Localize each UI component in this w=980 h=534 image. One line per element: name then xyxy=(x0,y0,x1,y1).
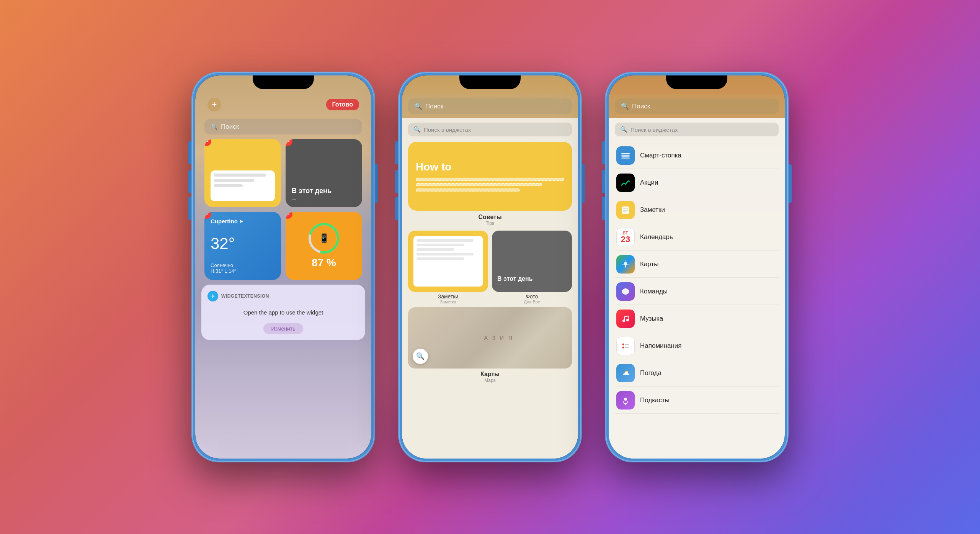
list-item[interactable]: Акции xyxy=(615,170,779,196)
gallery-content: 🔍 Поиск в виджетах How to xyxy=(402,118,578,459)
svg-point-11 xyxy=(622,347,624,349)
podcasts-icon xyxy=(616,391,635,410)
app-list-content: 🔍 Поиск в виджетах xyxy=(609,118,785,459)
stocks-icon xyxy=(616,174,635,192)
smartstack-icon xyxy=(616,146,635,165)
search-placeholder-1: Поиск xyxy=(221,123,239,131)
phone2-top-search[interactable]: 🔍 Поиск xyxy=(408,98,572,114)
svg-rect-1 xyxy=(621,155,630,157)
svg-rect-0 xyxy=(621,153,630,154)
notes-icon xyxy=(616,201,635,219)
photo-day-text: В этот день xyxy=(497,275,567,282)
app-list-search[interactable]: 🔍 Поиск в виджетах xyxy=(615,123,779,136)
onthisday-label: В этот день xyxy=(292,187,356,195)
list-item[interactable]: Заметки xyxy=(615,197,779,223)
snotes-line-4 xyxy=(416,253,474,256)
battery-widget[interactable]: − 📱 87 % xyxy=(286,212,362,280)
app-name-notes: Заметки xyxy=(640,206,665,214)
list-item[interactable]: Погода xyxy=(615,360,779,387)
svg-point-15 xyxy=(624,398,627,401)
app-name-weather: Погода xyxy=(640,369,662,377)
map-label-area: Карты Maps xyxy=(408,371,572,383)
search-icon-3: 🔍 xyxy=(621,102,629,110)
shortcuts-icon xyxy=(616,282,635,301)
weather-temp: 32° xyxy=(211,234,275,253)
done-button[interactable]: Готово xyxy=(326,99,359,110)
search-icon-1: 🔍 xyxy=(211,123,218,130)
battery-circle: 📱 xyxy=(309,223,339,254)
list-item[interactable]: Напоминания xyxy=(615,333,779,359)
calendar-icon: ВТ 23 xyxy=(616,228,635,246)
notch-1 xyxy=(253,75,314,89)
list-item[interactable]: Подкасты xyxy=(615,387,779,414)
search-icon-2: 🔍 xyxy=(414,102,422,110)
phone2-top-search-area: 🔍 Поиск xyxy=(402,95,578,118)
onthisday-dash: — xyxy=(292,197,356,201)
app-name-stocks: Акции xyxy=(640,179,658,187)
app-search-icon: 🔍 xyxy=(620,126,627,133)
list-item[interactable]: ВТ 23 Календарь xyxy=(615,224,779,251)
svg-point-9 xyxy=(626,319,629,321)
reminders-icon xyxy=(616,337,635,355)
phone-2: 🔍 Поиск 🔍 Поиск в виджетах How to xyxy=(398,72,582,462)
widgets-grid: − − В этот день xyxy=(201,139,365,280)
music-icon xyxy=(616,310,635,328)
app-name-reminders: Напоминания xyxy=(640,342,682,350)
onthisday-widget[interactable]: − В этот день — xyxy=(286,139,362,207)
weather-widget[interactable]: − Cupertino ➤ 32° Солнечно H:31° L:14° xyxy=(204,212,281,280)
phone3-top-search-area: 🔍 Поиск xyxy=(609,95,785,118)
phone3-top-search[interactable]: 🔍 Поиск xyxy=(615,98,779,114)
search-bar-1[interactable]: 🔍 Поиск xyxy=(204,119,362,134)
list-item[interactable]: Музыка xyxy=(615,306,779,332)
snotes-line-2 xyxy=(416,244,464,246)
weather-hilo: H:31° L:14° xyxy=(211,268,275,274)
notch-2 xyxy=(459,75,521,89)
tips-dash-1 xyxy=(416,178,564,181)
tips-label-main: Советы xyxy=(408,214,572,221)
add-widget-button[interactable]: + xyxy=(207,98,221,111)
notes-line-3 xyxy=(214,184,243,187)
notes-line-1 xyxy=(214,174,266,177)
map-asia-text: А З И Я xyxy=(484,335,514,341)
app-name-smartstack: Смарт-стопка xyxy=(640,152,681,159)
weather-icon xyxy=(616,364,635,382)
telegram-icon: ✈ xyxy=(207,291,218,301)
list-item[interactable]: Команды xyxy=(615,278,779,305)
svg-point-7 xyxy=(624,262,627,265)
telegram-label: WIDGETEXTENSION xyxy=(221,293,269,299)
app-name-maps: Карты xyxy=(640,260,658,268)
gallery-search[interactable]: 🔍 Поиск в виджетах xyxy=(408,123,572,136)
snotes-line-5 xyxy=(416,257,464,260)
list-item[interactable]: Карты xyxy=(615,251,779,278)
list-item[interactable]: Смарт-стопка xyxy=(615,143,779,169)
notes-line-2 xyxy=(214,179,254,182)
svg-point-8 xyxy=(622,319,625,322)
photo-dash: — xyxy=(497,282,567,287)
photo-small-label: Фото xyxy=(492,293,572,300)
phone-1: + Готово 🔍 Поиск − xyxy=(191,72,375,462)
search-placeholder-2: Поиск xyxy=(425,103,443,110)
photo-small-widget[interactable]: В этот день — Фото Для Вас xyxy=(492,231,572,304)
app-search-placeholder: Поиск в виджетах xyxy=(630,126,678,133)
tips-how-to: How to xyxy=(416,161,564,173)
svg-point-10 xyxy=(622,344,624,346)
gallery-search-icon: 🔍 xyxy=(413,126,421,133)
notes-widget[interactable]: − xyxy=(204,139,281,207)
map-widget[interactable]: А З И Я 🔍 xyxy=(408,307,572,369)
photo-small-sub: Для Вас xyxy=(492,300,572,304)
tips-dash-2 xyxy=(416,183,542,186)
map-search-button[interactable]: 🔍 xyxy=(413,349,428,364)
app-name-shortcuts: Команды xyxy=(640,288,668,295)
notes-small-widget[interactable]: Заметки Заметка xyxy=(408,231,488,304)
gallery-search-placeholder: Поиск в виджетах xyxy=(424,126,471,133)
app-name-podcasts: Подкасты xyxy=(640,396,670,404)
notes-small-sub: Заметка xyxy=(408,300,488,304)
tips-widget-large[interactable]: How to xyxy=(408,142,572,211)
tips-dashes xyxy=(416,178,564,192)
telegram-header: ✈ WIDGETEXTENSION xyxy=(207,291,359,301)
map-label-sub: Maps xyxy=(408,378,572,383)
snotes-line-1 xyxy=(416,239,474,242)
tips-label-sub: Tips xyxy=(408,221,572,226)
telegram-change-button[interactable]: Изменить xyxy=(263,323,303,334)
top-bar-1: + Готово xyxy=(201,95,365,115)
